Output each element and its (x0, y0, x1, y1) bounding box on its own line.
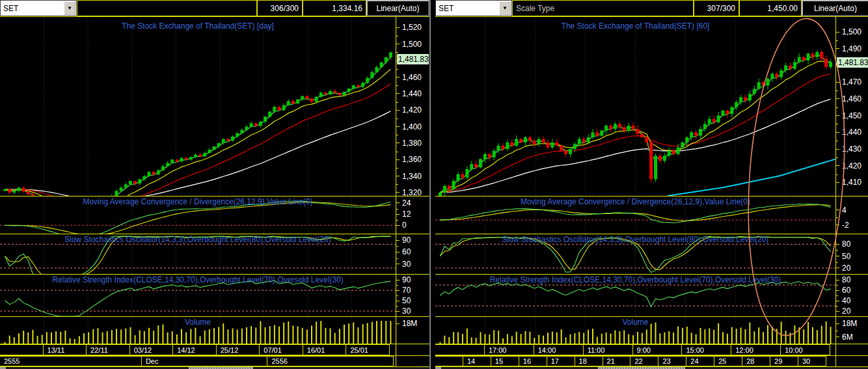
scale-mode-button[interactable]: Linear(Auto) (802, 0, 868, 16)
main-candlestick-chart[interactable] (0, 17, 396, 196)
axis-cell: 2556 (267, 356, 394, 366)
axis-cell: 23 (658, 356, 686, 366)
scale-mode-button[interactable]: Linear(Auto) (366, 0, 429, 16)
scale-type-box (77, 0, 257, 16)
axis-filler (835, 356, 868, 366)
price-axis: 1,481.83 1,5201,5001,4801,4601,4401,4201… (396, 17, 429, 196)
volume-chart[interactable] (0, 317, 396, 344)
volume-axis: 18M (396, 317, 429, 344)
period-axis-row: 2555Dec2556 (0, 355, 429, 366)
axis-cell: 14/12 (172, 344, 217, 355)
scrollbar-row (0, 366, 429, 369)
axis-cell: 03/12 (129, 344, 174, 355)
axis-filler (396, 344, 429, 355)
rsi-chart[interactable] (0, 275, 396, 316)
axis-cell (435, 344, 485, 355)
panel-divider (429, 0, 435, 369)
axis-cell: 16 (519, 356, 547, 366)
axis-cell: 25/12 (216, 344, 260, 355)
charting-application: SET ▼ 306/300 1,334.16 Linear(Auto) The … (0, 0, 868, 369)
axis-cell: 15:00 (681, 344, 731, 355)
axis-cell: 25/01 (346, 344, 390, 355)
stochastics-row: Slow Stochastics Oscillator(14,3,3),Over… (435, 234, 868, 274)
symbol-select[interactable]: SET ▼ (435, 0, 512, 16)
axis-cell: 22/11 (86, 344, 130, 355)
axis-cell: 07/01 (259, 344, 303, 355)
price-readout: 1,450.00 (739, 0, 802, 16)
symbol-select[interactable]: SET ▼ (0, 0, 77, 16)
chart-body-60min: The Stock Exchange of Thailand(SET) [60]… (435, 16, 868, 369)
macd-chart[interactable] (0, 197, 396, 234)
axis-cell: 12:00 (731, 344, 781, 355)
chevron-down-icon[interactable]: ▼ (499, 1, 511, 15)
axis-cell: 10:00 (780, 344, 830, 355)
main-candlestick-chart[interactable] (435, 17, 835, 196)
stochastics-row: Slow Stochastics Oscillator(14,3,3),Over… (0, 234, 429, 274)
axis-cell: 14 (463, 356, 491, 366)
axis-cell: 25 (714, 356, 742, 366)
symbol-value: SET (3, 4, 18, 13)
rsi-row: Relative Strength Index(CLOSE,14,30,70),… (0, 274, 429, 316)
axis-cell: 29 (770, 356, 798, 366)
chart-panel-60min: SET ▼ Scale Type 307/300 1,450.00 Linear… (435, 0, 868, 369)
rsi-chart[interactable] (435, 275, 835, 316)
stochastics-axis: 805020 (835, 234, 868, 274)
axis-filler (835, 344, 868, 355)
bar-count-readout: 306/300 (257, 0, 303, 16)
time-axis-row: 17:0014:0011:009:0015:0012:0010:00 (435, 344, 868, 355)
date-cells: 13/1122/1103/1214/1225/1207/0116/0125/01 (0, 344, 396, 355)
volume-chart[interactable] (435, 317, 835, 344)
last-price-tag: 1,481.83 (397, 54, 429, 64)
axis-cell: 13/11 (43, 344, 87, 355)
scale-type-label: Scale Type (516, 4, 554, 13)
axis-cell: 18 (575, 356, 603, 366)
axis-cell: 15 (491, 356, 519, 366)
chevron-down-icon[interactable]: ▼ (64, 1, 75, 15)
chart-body-daily: The Stock Exchange of Thailand(SET) [day… (0, 16, 429, 369)
last-price-tag: 1,481.83 (837, 57, 868, 68)
rsi-axis: 80604020 (835, 275, 868, 316)
axis-cell: 9:00 (632, 344, 683, 355)
scale-type-box: Scale Type (512, 0, 694, 16)
stochastics-chart[interactable] (435, 234, 835, 274)
main-chart-row: The Stock Exchange of Thailand(SET) [60]… (435, 16, 868, 196)
rsi-axis: 90705030 (396, 275, 429, 316)
volume-axis: 18M6M (835, 317, 868, 344)
scrollbar-row (435, 366, 868, 369)
rsi-row: Relative Strength Index(CLOSE,14,30,70),… (435, 274, 868, 316)
axis-cell (435, 356, 463, 366)
macd-row: Moving Average Convergence / Divergence(… (0, 196, 429, 234)
day-axis-row: 14151617182122232425282930 (435, 355, 868, 366)
axis-cell: 30 (798, 356, 826, 366)
axis-cell: 24 (686, 356, 714, 366)
axis-cell: 2555 (0, 356, 142, 366)
axis-cell: 16/01 (303, 344, 347, 355)
macd-axis: 24120 (396, 197, 429, 234)
axis-cell (0, 344, 44, 355)
price-axis: 1,481.83 1,5001,4901,4701,4601,4501,4401… (835, 17, 868, 196)
toolbar-60min: SET ▼ Scale Type 307/300 1,450.00 Linear… (435, 0, 868, 16)
toolbar-daily: SET ▼ 306/300 1,334.16 Linear(Auto) (0, 0, 429, 16)
stochastics-axis: 906030 (396, 234, 429, 274)
axis-cell: 21 (603, 356, 631, 366)
macd-axis: 4-2 (835, 197, 868, 234)
macd-chart[interactable] (435, 197, 835, 234)
date-axis-row: 13/1122/1103/1214/1225/1207/0116/0125/01 (0, 344, 429, 355)
time-cells: 17:0014:0011:009:0015:0012:0010:00 (435, 344, 835, 355)
macd-row: Moving Average Convergence / Divergence(… (435, 196, 868, 234)
volume-row: Volume 18M6M (435, 316, 868, 344)
main-chart-row: The Stock Exchange of Thailand(SET) [day… (0, 16, 429, 196)
axis-cell: 28 (742, 356, 770, 366)
volume-row: Volume 18M (0, 316, 429, 344)
axis-cell: 17 (547, 356, 575, 366)
chart-panel-daily: SET ▼ 306/300 1,334.16 Linear(Auto) The … (0, 0, 429, 369)
bar-count-readout: 307/300 (694, 0, 739, 16)
period-cells: 2555Dec2556 (0, 356, 396, 366)
axis-cell: 14:00 (534, 344, 584, 355)
symbol-value: SET (439, 4, 454, 13)
day-cells: 14151617182122232425282930 (435, 356, 835, 366)
axis-cell: 11:00 (583, 344, 633, 355)
axis-cell: 22 (630, 356, 658, 366)
price-readout: 1,334.16 (303, 0, 366, 16)
stochastics-chart[interactable] (0, 234, 396, 274)
